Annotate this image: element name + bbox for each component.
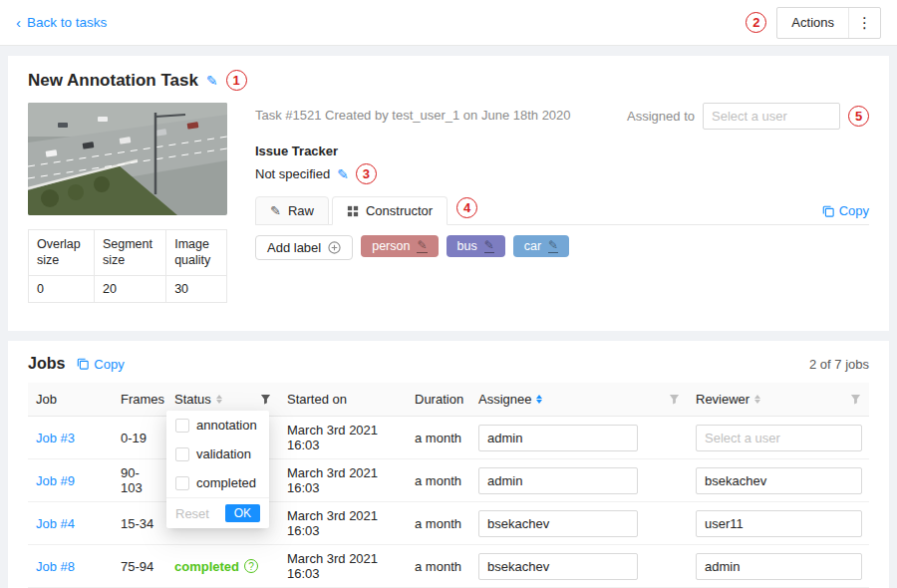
pencil-icon: ✎	[270, 203, 281, 218]
column-header-job: Job	[28, 383, 113, 417]
job-link[interactable]: Job #3	[36, 431, 75, 445]
started-cell: March 3rd 2021 16:03	[279, 502, 407, 545]
assignee-input[interactable]	[478, 467, 638, 494]
annotation-badge-5: 5	[848, 106, 869, 127]
question-circle-icon[interactable]: ?	[244, 559, 258, 573]
column-header-assignee[interactable]: Assignee	[470, 383, 688, 417]
param-value-quality: 30	[166, 275, 227, 302]
job-link[interactable]: Job #4	[36, 516, 75, 531]
more-vertical-icon[interactable]: ⋮	[849, 8, 880, 38]
jobs-count: 2 of 7 jobs	[809, 357, 869, 372]
annotation-badge-4: 4	[456, 197, 477, 218]
reviewer-header-label: Reviewer	[696, 392, 749, 407]
copy-jobs-label: Copy	[94, 357, 124, 372]
assignee-filter-icon[interactable]	[669, 394, 680, 405]
job-row: Job #8 75-94 completed ? March 3rd 2021 …	[28, 545, 869, 588]
job-row: Job #4 15-34 March 3rd 2021 16:03 a mont…	[28, 502, 869, 545]
jobs-section-title: Jobs	[28, 355, 65, 373]
sort-carets-icon[interactable]	[216, 395, 222, 404]
frames-cell: 90-103	[113, 459, 166, 502]
copy-jobs-link[interactable]: Copy	[77, 357, 124, 372]
filter-reset-button[interactable]: Reset	[175, 506, 209, 521]
label-chip-bus-name: bus	[457, 239, 477, 253]
started-cell: March 3rd 2021 16:03	[279, 417, 407, 459]
edit-label-icon[interactable]: ✎	[484, 239, 494, 253]
edit-task-name-icon[interactable]: ✎	[206, 73, 218, 89]
label-chip-car-name: car	[524, 239, 541, 253]
edit-label-icon[interactable]: ✎	[548, 239, 558, 253]
copy-icon	[77, 358, 89, 370]
tab-constructor-label: Constructor	[366, 203, 433, 218]
started-cell: March 3rd 2021 16:03	[279, 459, 407, 502]
checkbox-icon[interactable]	[175, 476, 189, 490]
param-header-overlap: Overlap size	[29, 230, 95, 276]
assignee-header-label: Assignee	[478, 392, 531, 407]
job-link[interactable]: Job #8	[36, 559, 75, 574]
annotation-badge-2: 2	[746, 12, 766, 33]
job-link[interactable]: Job #9	[36, 473, 75, 488]
param-value-segment: 20	[94, 275, 165, 302]
duration-cell: a month	[407, 459, 470, 502]
reviewer-input[interactable]	[696, 467, 862, 494]
top-bar: ‹ Back to tasks 2 Actions ⋮	[0, 0, 897, 46]
duration-cell: a month	[407, 545, 470, 588]
reviewer-input[interactable]	[696, 510, 862, 537]
actions-button[interactable]: Actions ⋮	[776, 7, 881, 39]
status-cell: completed ?	[166, 545, 279, 588]
column-header-reviewer[interactable]: Reviewer	[688, 383, 869, 417]
block-icon	[347, 205, 359, 217]
label-chip-bus[interactable]: bus ✎	[447, 235, 505, 257]
job-row: Job #3 0-19 March 3rd 2021 16:03 a month	[28, 417, 869, 459]
label-chip-person-name: person	[372, 239, 410, 253]
label-chip-person[interactable]: person ✎	[361, 235, 438, 257]
duration-cell: a month	[407, 417, 470, 459]
filter-option-completed[interactable]: completed	[166, 468, 269, 497]
copy-labels-link[interactable]: Copy	[822, 203, 869, 218]
status-value: completed	[174, 559, 239, 574]
started-cell: March 3rd 2021 16:03	[279, 545, 407, 588]
add-label-text: Add label	[267, 240, 321, 255]
filter-option-validation[interactable]: validation	[166, 440, 269, 468]
task-assignee-input[interactable]	[703, 103, 840, 130]
jobs-table: Job Frames Status Started on Duration	[28, 383, 869, 588]
tab-raw[interactable]: ✎ Raw	[255, 196, 329, 225]
filter-option-label: annotation	[196, 418, 257, 433]
checkbox-icon[interactable]	[175, 447, 189, 461]
copy-labels-label: Copy	[839, 203, 869, 218]
reviewer-input[interactable]	[696, 425, 862, 451]
issue-tracker-label: Issue Tracker	[255, 144, 869, 158]
job-row: Job #9 90-103 March 3rd 2021 16:03 a mon…	[28, 459, 869, 502]
frames-cell: 75-94	[113, 545, 166, 588]
annotation-badge-1: 1	[226, 70, 247, 91]
labels-tabs: ✎ Raw Constructor 4 Copy	[255, 196, 869, 225]
assignee-input[interactable]	[478, 510, 638, 537]
tab-raw-label: Raw	[288, 203, 314, 218]
annotation-badge-3: 3	[356, 163, 377, 184]
filter-option-annotation[interactable]: annotation	[166, 411, 269, 440]
sort-carets-icon[interactable]	[754, 395, 760, 404]
tab-constructor[interactable]: Constructor	[332, 196, 448, 225]
status-filter-icon[interactable]	[260, 394, 271, 405]
edit-label-icon[interactable]: ✎	[417, 239, 427, 253]
back-to-tasks-label: Back to tasks	[27, 15, 107, 30]
duration-cell: a month	[407, 502, 470, 545]
label-chip-car[interactable]: car ✎	[513, 235, 569, 257]
task-title: New Annotation Task	[28, 71, 198, 91]
filter-ok-button[interactable]: OK	[225, 504, 260, 522]
status-filter-dropdown: annotation validation completed Reset OK	[166, 411, 269, 528]
sort-carets-icon[interactable]	[536, 395, 542, 404]
param-value-overlap: 0	[29, 275, 95, 302]
column-header-frames: Frames	[113, 383, 166, 417]
column-header-started: Started on	[279, 383, 407, 417]
checkbox-icon[interactable]	[175, 419, 189, 433]
assignee-input[interactable]	[478, 425, 638, 451]
assignee-input[interactable]	[478, 553, 638, 580]
back-to-tasks-link[interactable]: ‹ Back to tasks	[16, 15, 107, 30]
reviewer-filter-icon[interactable]	[850, 394, 861, 405]
edit-issue-tracker-icon[interactable]: ✎	[337, 166, 349, 182]
add-label-button[interactable]: Add label	[255, 235, 353, 260]
reviewer-input[interactable]	[696, 553, 862, 580]
jobs-card: Jobs Copy 2 of 7 jobs Job Frames Status	[8, 341, 889, 588]
param-header-quality: Image quality	[166, 230, 227, 276]
assigned-to-label: Assigned to	[627, 109, 695, 124]
